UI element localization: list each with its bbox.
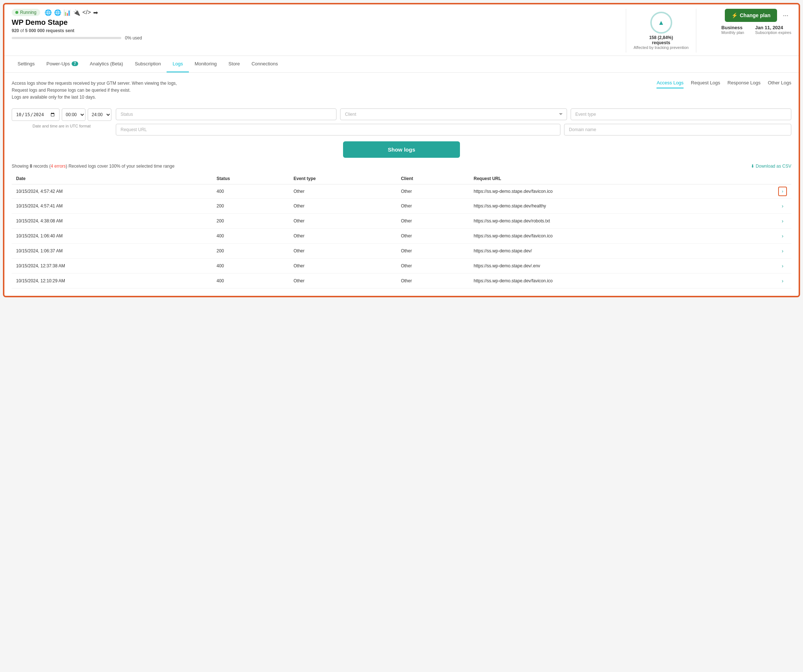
- status-label: Running: [20, 10, 37, 15]
- tab-subscription[interactable]: Subscription: [129, 56, 167, 72]
- plan-info: Business Monthly plan Jan 11, 2024 Subsc…: [722, 25, 791, 35]
- table-row[interactable]: 10/15/2024, 12:10:29 AM 400 Other Other …: [12, 273, 791, 288]
- gauge-value: 158 (2,84%): [649, 35, 673, 40]
- table-body: 10/15/2024, 4:57:42 AM 400 Other Other h…: [12, 184, 791, 288]
- date-group: 00:00 24:00 Date and time are in UTC for…: [12, 109, 111, 128]
- tab-settings[interactable]: Settings: [12, 56, 41, 72]
- filter-row-top: Client: [116, 109, 791, 120]
- date-picker[interactable]: [12, 109, 60, 121]
- cell-arrow[interactable]: ›: [774, 228, 791, 243]
- download-csv-button[interactable]: ⬇ Download as CSV: [751, 164, 791, 169]
- plan-type: Monthly plan: [722, 30, 744, 35]
- log-type-request[interactable]: Request Logs: [691, 80, 720, 88]
- results-header: Showing 8 records (4 errors) Received lo…: [12, 164, 791, 169]
- status-input[interactable]: [116, 109, 336, 120]
- download-icon: ⬇: [751, 164, 754, 169]
- tab-connections[interactable]: Connections: [245, 56, 283, 72]
- row-chevron-highlighted[interactable]: ›: [778, 187, 787, 196]
- cell-event-type: Other: [289, 213, 397, 228]
- change-plan-button[interactable]: ⚡ Change plan: [725, 9, 777, 22]
- log-desc-line2: Request logs and Response logs can be qu…: [12, 87, 177, 94]
- time-to-select[interactable]: 24:00: [88, 109, 111, 121]
- cell-date: 10/15/2024, 12:10:29 AM: [12, 273, 212, 288]
- cell-date: 10/15/2024, 4:57:42 AM: [12, 184, 212, 198]
- cell-client: Other: [397, 273, 469, 288]
- cell-status: 200: [212, 213, 289, 228]
- row-chevron[interactable]: ›: [782, 218, 783, 224]
- powerups-badge: 7: [72, 62, 78, 66]
- table-row[interactable]: 10/15/2024, 12:37:38 AM 400 Other Other …: [12, 258, 791, 273]
- log-desc-line1: Access logs show the requests received b…: [12, 80, 177, 87]
- cell-status: 400: [212, 273, 289, 288]
- show-logs-button[interactable]: Show logs: [343, 141, 460, 158]
- log-description: Access logs show the requests received b…: [12, 80, 177, 101]
- log-type-access[interactable]: Access Logs: [657, 80, 684, 88]
- bar-chart-icon: 📊: [63, 9, 71, 16]
- tab-powerups[interactable]: Power-Ups 7: [41, 56, 84, 72]
- log-type-other[interactable]: Other Logs: [768, 80, 791, 88]
- cell-arrow[interactable]: ›: [774, 243, 791, 258]
- cell-date: 10/15/2024, 4:38:08 AM: [12, 213, 212, 228]
- cell-client: Other: [397, 258, 469, 273]
- main-content: Access logs show the requests received b…: [4, 73, 799, 296]
- cell-url: https://ss.wp-demo.stape.dev/favicon.ico: [470, 228, 774, 243]
- cell-arrow[interactable]: ›: [774, 184, 791, 198]
- row-chevron[interactable]: ›: [782, 248, 783, 254]
- table-row[interactable]: 10/15/2024, 1:06:40 AM 400 Other Other h…: [12, 228, 791, 243]
- cell-event-type: Other: [289, 243, 397, 258]
- event-type-input[interactable]: [571, 109, 791, 120]
- filter-row-bottom: [116, 124, 791, 135]
- row-chevron[interactable]: ›: [782, 263, 783, 269]
- tab-logs[interactable]: Logs: [167, 56, 189, 72]
- cell-arrow[interactable]: ›: [774, 258, 791, 273]
- tracking-prevention-section: ▲ 158 (2,84%) requests Affected by track…: [626, 9, 696, 53]
- cell-status: 400: [212, 228, 289, 243]
- row-chevron[interactable]: ›: [782, 278, 783, 284]
- filter-inputs: Client: [116, 109, 791, 135]
- log-section-header: Access logs show the requests received b…: [12, 80, 791, 101]
- table-header: Date Status Event type Client Request UR…: [12, 173, 791, 184]
- domain-name-input[interactable]: [564, 124, 791, 135]
- cell-url: https://ss.wp-demo.stape.dev/robots.txt: [470, 213, 774, 228]
- col-status: Status: [212, 173, 289, 184]
- tab-monitoring[interactable]: Monitoring: [189, 56, 223, 72]
- results-errors: 4 errors: [51, 164, 66, 169]
- header-actions: ⚡ Change plan ···: [725, 9, 791, 22]
- usage-bar-container: 0% used: [12, 36, 619, 41]
- more-options-button[interactable]: ···: [780, 10, 791, 21]
- log-desc-line3: Logs are available only for the last 10 …: [12, 94, 177, 101]
- table-row[interactable]: 10/15/2024, 4:57:42 AM 400 Other Other h…: [12, 184, 791, 198]
- cell-url: https://ss.wp-demo.stape.dev/favicon.ico: [470, 273, 774, 288]
- cell-arrow[interactable]: ›: [774, 198, 791, 213]
- tab-analytics[interactable]: Analytics (Beta): [84, 56, 129, 72]
- plan-name: Business: [722, 25, 744, 30]
- code-icon: </>: [83, 9, 91, 16]
- client-select[interactable]: Client: [340, 109, 567, 120]
- requests-info: 920 of 5 000 000 requests sent: [12, 28, 619, 33]
- time-from-select[interactable]: 00:00: [62, 109, 86, 121]
- row-chevron[interactable]: ›: [782, 203, 783, 209]
- table-row[interactable]: 10/15/2024, 4:38:08 AM 200 Other Other h…: [12, 213, 791, 228]
- col-event-type: Event type: [289, 173, 397, 184]
- row-chevron[interactable]: ›: [782, 233, 783, 239]
- table-row[interactable]: 10/15/2024, 1:06:37 AM 200 Other Other h…: [12, 243, 791, 258]
- cell-client: Other: [397, 184, 469, 198]
- tab-store[interactable]: Store: [223, 56, 245, 72]
- cell-event-type: Other: [289, 273, 397, 288]
- nav-tabs: Settings Power-Ups 7 Analytics (Beta) Su…: [4, 56, 799, 73]
- status-dot: [15, 11, 18, 14]
- plugin-icon: 🔌: [73, 9, 80, 16]
- plan-expiry-section: Jan 11, 2024 Subscription expires: [755, 25, 791, 35]
- cell-event-type: Other: [289, 258, 397, 273]
- change-plan-label: Change plan: [740, 12, 770, 18]
- cell-date: 10/15/2024, 4:57:41 AM: [12, 198, 212, 213]
- results-coverage: Received logs cover 100% of your selecte…: [68, 164, 174, 169]
- log-type-response[interactable]: Response Logs: [727, 80, 760, 88]
- cell-arrow[interactable]: ›: [774, 273, 791, 288]
- cell-arrow[interactable]: ›: [774, 213, 791, 228]
- status-badge: Running: [12, 9, 40, 16]
- usage-pct: 0% used: [125, 36, 142, 41]
- request-url-input[interactable]: [116, 124, 561, 135]
- cell-event-type: Other: [289, 228, 397, 243]
- table-row[interactable]: 10/15/2024, 4:57:41 AM 200 Other Other h…: [12, 198, 791, 213]
